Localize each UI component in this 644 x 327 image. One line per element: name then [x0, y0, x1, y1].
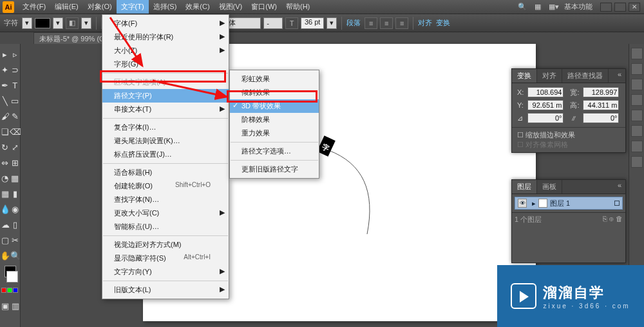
menu-item[interactable]: 串接文本(T)▶ [102, 103, 229, 116]
stroke-color-swatch[interactable] [6, 271, 18, 282]
font-size-field[interactable]: 36 pt [301, 17, 324, 29]
menu-对象[interactable]: 对象(O) [83, 0, 117, 14]
menu-item[interactable]: 重力效果 [230, 126, 319, 140]
align-left-icon[interactable]: ≡ [365, 17, 377, 29]
magic-wand-tool[interactable]: ✦ [1, 63, 10, 77]
stroke-dd[interactable]: ▾ [81, 17, 91, 29]
dock-icon[interactable] [631, 141, 643, 152]
w-field[interactable] [583, 87, 619, 97]
y-field[interactable] [527, 100, 564, 110]
menu-帮助[interactable]: 帮助(H) [281, 0, 314, 14]
dock-icon[interactable] [631, 94, 643, 106]
transform-link[interactable]: 变换 [436, 18, 450, 28]
menu-item[interactable]: 避头尾法则设置(K)… [102, 134, 229, 148]
panel-collapse[interactable]: « [614, 69, 625, 83]
menu-item[interactable]: 3D 带状效果✓ [230, 99, 319, 113]
menu-item[interactable]: 更改大小写(C)▶ [102, 206, 229, 220]
tool-icon[interactable]: 🔍 [515, 3, 529, 11]
menu-item[interactable]: 倾斜效果 [230, 86, 319, 99]
panel-tab-pathfinder[interactable]: 路径查找器 [562, 69, 609, 83]
rotate-field[interactable] [527, 113, 564, 123]
menu-item[interactable]: 适合标题(H) [102, 166, 229, 179]
menu-窗口[interactable]: 窗口(W) [247, 0, 281, 14]
gradient-tool[interactable]: ▮ [11, 186, 19, 201]
blob-tool[interactable]: ❏ [1, 124, 10, 139]
blend-tool[interactable]: ◉ [11, 202, 19, 216]
menu-item[interactable]: 查找字体(N)… [102, 193, 229, 206]
para-link[interactable]: 段落 [346, 18, 361, 28]
menu-item[interactable]: 创建轮廓(O)Shift+Ctrl+O [102, 179, 229, 193]
eyedropper-tool[interactable]: 💧 [1, 202, 10, 216]
panel-collapse[interactable]: « [614, 180, 625, 193]
artboard-tool[interactable]: ▢ [1, 233, 10, 247]
line-tool[interactable]: ╲ [1, 94, 9, 108]
maximize-button[interactable] [614, 3, 626, 12]
brush-tool[interactable]: 🖌 [1, 109, 10, 123]
color-mode-swatches[interactable] [1, 288, 19, 293]
menu-item[interactable]: 旧版文本(L)▶ [102, 283, 229, 297]
char-dropdown[interactable]: ▾ [22, 17, 32, 29]
menu-item[interactable]: 文字方向(Y)▶ [102, 265, 229, 279]
graph-tool[interactable]: ▯ [11, 217, 19, 232]
menu-效果[interactable]: 效果(C) [181, 0, 214, 14]
menu-item[interactable]: 复合字体(I)… [102, 121, 229, 134]
width-tool[interactable]: ⇔ [1, 155, 10, 170]
menu-item[interactable]: 字体(F)▶ [102, 17, 229, 30]
layer-actions[interactable]: ⎘ ⊕ 🗑 [603, 215, 623, 224]
tool-icon[interactable]: ▦ [532, 3, 544, 11]
lasso-tool[interactable]: ⊃ [11, 63, 20, 77]
tool-icon[interactable]: ▦▾ [546, 3, 562, 11]
eraser-tool[interactable]: ⌫ [11, 124, 20, 139]
visibility-icon[interactable]: 👁 [518, 199, 527, 208]
fill-dd[interactable]: ▾ [53, 17, 63, 29]
shape-builder-tool[interactable]: ◔ [1, 171, 9, 185]
perspective-tool[interactable]: ▦ [10, 171, 19, 185]
align-right-icon[interactable]: ≡ [395, 17, 408, 29]
mesh-tool[interactable]: ▦ [1, 186, 10, 201]
close-button[interactable]: ✕ [629, 3, 640, 12]
stroke-swatch[interactable]: ◧ [66, 17, 79, 29]
dock-icon[interactable] [631, 156, 643, 168]
free-transform-tool[interactable]: ⊞ [11, 155, 20, 170]
align-center-icon[interactable]: ≡ [380, 17, 393, 29]
menu-item[interactable]: 阶梯效果 [230, 113, 319, 126]
direct-selection-tool[interactable]: ▹ [11, 47, 20, 61]
scale-stroke-option[interactable]: ☐ 缩放描边和效果 [517, 130, 620, 140]
dock-icon[interactable] [631, 110, 643, 121]
menu-item[interactable]: 更新旧版路径文字 [230, 163, 319, 176]
menu-item[interactable]: 最近使用的字体(R)▶ [102, 30, 229, 44]
slice-tool[interactable]: ✂ [11, 233, 19, 247]
dock-icon[interactable] [631, 79, 643, 90]
pen-tool[interactable]: ✒ [1, 78, 10, 92]
menu-视图[interactable]: 视图(V) [214, 0, 247, 14]
layer-expand-icon[interactable]: ▸ [532, 199, 536, 208]
align-link[interactable]: 对齐 [418, 18, 432, 28]
menu-item[interactable]: 智能标点(U)… [102, 220, 229, 233]
menu-文字[interactable]: 文字(T) [117, 0, 149, 14]
menu-item[interactable]: 路径文字(P)▶ [102, 89, 229, 103]
font-size-dd[interactable]: ▾ [327, 17, 337, 29]
pencil-tool[interactable]: ✎ [11, 109, 19, 123]
layer-name[interactable]: 图层 1 [550, 199, 570, 208]
screen-mode-2[interactable]: ▥ [11, 299, 20, 313]
menu-item[interactable]: 大小(Z)▶ [102, 44, 229, 57]
hand-tool[interactable]: ✋ [1, 248, 10, 263]
menu-选择[interactable]: 选择(S) [149, 0, 182, 14]
minimize-button[interactable] [600, 3, 612, 12]
panel-tab-layers[interactable]: 图层 [512, 180, 537, 193]
menu-文件[interactable]: 文件(F) [18, 0, 50, 14]
fill-swatch[interactable] [35, 18, 50, 28]
type-tool[interactable]: T [11, 78, 20, 92]
selection-tool[interactable]: ▸ [1, 47, 10, 61]
zoom-tool[interactable]: 🔍 [11, 248, 20, 263]
font-style-field[interactable]: - [263, 17, 283, 29]
menu-item[interactable]: 路径文字选项… [230, 144, 319, 158]
dock-icon[interactable] [631, 63, 643, 75]
panel-tab-transform[interactable]: 变换 [512, 69, 537, 83]
dock-icon[interactable] [631, 48, 643, 59]
align-pixel-option[interactable]: ☐ 对齐像素网格 [517, 140, 620, 150]
layer-row[interactable]: 👁 ▸ 图层 1 [515, 197, 623, 210]
screen-mode[interactable]: ▣ [1, 299, 10, 313]
workspace-label[interactable]: 基本功能 [564, 2, 592, 12]
dock-icon[interactable] [631, 125, 643, 137]
